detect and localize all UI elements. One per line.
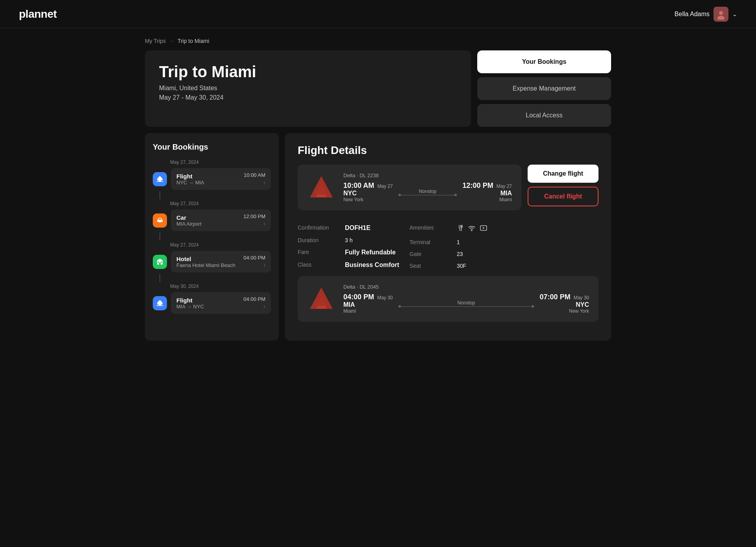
bookings-panel-title: Your Bookings <box>153 143 271 152</box>
duration-row: Duration 3 h <box>298 237 410 243</box>
user-menu[interactable]: Bella Adams ⌄ <box>674 7 737 22</box>
trip-dates: May 27 - May 30, 2024 <box>159 94 457 101</box>
booking-date-0: May 27, 2024 <box>153 159 271 165</box>
booking-type-0: Flight <box>176 173 204 180</box>
booking-type-3: Flight <box>176 297 204 304</box>
top-section: Trip to Miami Miami, United States May 2… <box>145 50 611 127</box>
booking-time-1: 12:00 PM <box>243 213 265 219</box>
nonstop-bar-2 <box>398 306 534 307</box>
booking-route-0: NYC → MIA <box>176 180 204 185</box>
class-value: Business Comfort <box>345 261 399 269</box>
nav-bookings-button[interactable]: Your Bookings <box>477 50 611 73</box>
svg-point-5 <box>161 222 162 223</box>
booking-date-2: May 27, 2024 <box>153 242 271 248</box>
connector-0 <box>159 191 160 199</box>
nonstop-label-2: Nonstop <box>458 300 475 306</box>
nav-local-button[interactable]: Local Access <box>477 104 611 127</box>
breadcrumb: My Trips → Trip to Miami <box>145 38 611 44</box>
booking-item-0: Flight NYC → MIA 10:00 AM › <box>153 168 271 190</box>
booking-date-1: May 27, 2024 <box>153 201 271 206</box>
trip-card: Trip to Miami Miami, United States May 2… <box>145 50 471 127</box>
breadcrumb-parent[interactable]: My Trips <box>145 38 166 44</box>
flight2-airline: Delta · DL 2045 <box>343 284 589 290</box>
flight1-arr-city: Miami <box>457 197 512 202</box>
seat-row: Seat 30F <box>410 263 521 269</box>
nonstop-bar-1 <box>398 195 457 195</box>
chevron-right-icon-3: › <box>263 303 265 310</box>
booking-card-1[interactable]: Car MIA Airport 12:00 PM › <box>171 210 271 231</box>
change-flight-button[interactable]: Change flight <box>528 165 598 183</box>
cancel-flight-button[interactable]: Cancel flight <box>528 187 598 206</box>
svg-marker-15 <box>483 227 485 229</box>
flight1-section: Delta · DL 2238 10:00 AM May 27 NYC New … <box>298 165 521 272</box>
entertainment-icon <box>480 224 487 234</box>
delta-logo-2 <box>307 285 335 313</box>
avatar <box>713 7 728 22</box>
flight2-arr-time: 07:00 PM <box>540 293 571 301</box>
delta-logo-1 <box>307 173 335 202</box>
svg-rect-7 <box>159 263 161 265</box>
flight-icon-0 <box>153 172 167 186</box>
booking-time-2: 04:00 PM <box>243 255 265 261</box>
fare-value: Fully Refundable <box>345 249 396 256</box>
flight1-nonstop: Nonstop <box>398 189 457 195</box>
booking-time-0: 10:00 AM <box>244 172 265 178</box>
duration-value: 3 h <box>345 237 352 243</box>
flight-details-title: Flight Details <box>298 144 598 157</box>
user-name: Bella Adams <box>674 11 710 18</box>
flight2-info: Delta · DL 2045 04:00 PM May 30 MIA Miam… <box>343 284 589 314</box>
flight2-nonstop: Nonstop <box>398 300 534 307</box>
flight-icon-3 <box>153 296 167 310</box>
booking-route-1: MIA Airport <box>176 221 202 227</box>
flight1-airline: Delta · DL 2238 <box>343 172 512 178</box>
flight2-times: 04:00 PM May 30 MIA Miami Nonstop <box>343 293 589 314</box>
nav-expense-button[interactable]: Expense Management <box>477 77 611 100</box>
confirmation-label: Confirmation <box>298 224 345 232</box>
hotel-icon-2 <box>153 255 167 269</box>
flight2-arr-city: New York <box>534 308 589 314</box>
class-row: Class Business Comfort <box>298 261 410 269</box>
header: plannet Bella Adams ⌄ <box>0 0 756 28</box>
booking-item-2: Hotel Faena Hotel Miami Beach 04:00 PM › <box>153 251 271 273</box>
flight1-arr-date: May 27 <box>497 184 512 189</box>
svg-rect-9 <box>161 261 162 263</box>
wifi-icon <box>468 224 476 234</box>
car-icon-1 <box>153 213 167 228</box>
booking-item-3: Flight MIA → NYC 04:00 PM › <box>153 292 271 314</box>
confirmation-value: DOFH1E <box>345 224 371 232</box>
amenities-label: Amenities <box>410 224 457 234</box>
flight2-arr-code: NYC <box>534 301 589 308</box>
booking-route-3: MIA → NYC <box>176 304 204 310</box>
flight1-dep-date: May 27 <box>377 184 393 189</box>
terminal-label: Terminal <box>410 239 457 245</box>
booking-type-2: Hotel <box>176 256 235 262</box>
flight1-card: Delta · DL 2238 10:00 AM May 27 NYC New … <box>298 165 521 210</box>
flight1-dep-code: NYC <box>343 190 398 197</box>
flight1-right-col: Amenities <box>410 224 521 269</box>
flight1-row: Delta · DL 2238 10:00 AM May 27 NYC New … <box>298 165 598 272</box>
flight-actions: Change flight Cancel flight <box>528 165 598 206</box>
seat-label: Seat <box>410 263 457 269</box>
gate-row: Gate 23 <box>410 251 521 257</box>
terminal-row: Terminal 1 <box>410 239 521 245</box>
flight1-info: Delta · DL 2238 10:00 AM May 27 NYC New … <box>343 172 512 202</box>
confirmation-row: Confirmation DOFH1E <box>298 224 410 232</box>
terminal-value: 1 <box>457 239 460 245</box>
fare-label: Fare <box>298 249 345 256</box>
class-label: Class <box>298 261 345 269</box>
gate-value: 23 <box>457 251 463 257</box>
bookings-panel: Your Bookings May 27, 2024 Flight NYC → … <box>145 133 279 341</box>
booking-route-2: Faena Hotel Miami Beach <box>176 262 235 268</box>
flight2-dep: 04:00 PM May 30 MIA Miami <box>343 293 398 314</box>
connector-2 <box>159 274 160 282</box>
connector-1 <box>159 233 160 241</box>
booking-card-0[interactable]: Flight NYC → MIA 10:00 AM › <box>171 168 271 190</box>
booking-card-2[interactable]: Hotel Faena Hotel Miami Beach 04:00 PM › <box>171 251 271 273</box>
booking-card-3[interactable]: Flight MIA → NYC 04:00 PM › <box>171 292 271 314</box>
flight1-dep: 10:00 AM May 27 NYC New York <box>343 182 398 202</box>
nav-buttons: Your Bookings Expense Management Local A… <box>477 50 611 127</box>
booking-item-1: Car MIA Airport 12:00 PM › <box>153 210 271 231</box>
chevron-right-icon-0: › <box>263 179 265 186</box>
booking-date-3: May 30, 2024 <box>153 284 271 289</box>
svg-point-4 <box>158 222 159 223</box>
